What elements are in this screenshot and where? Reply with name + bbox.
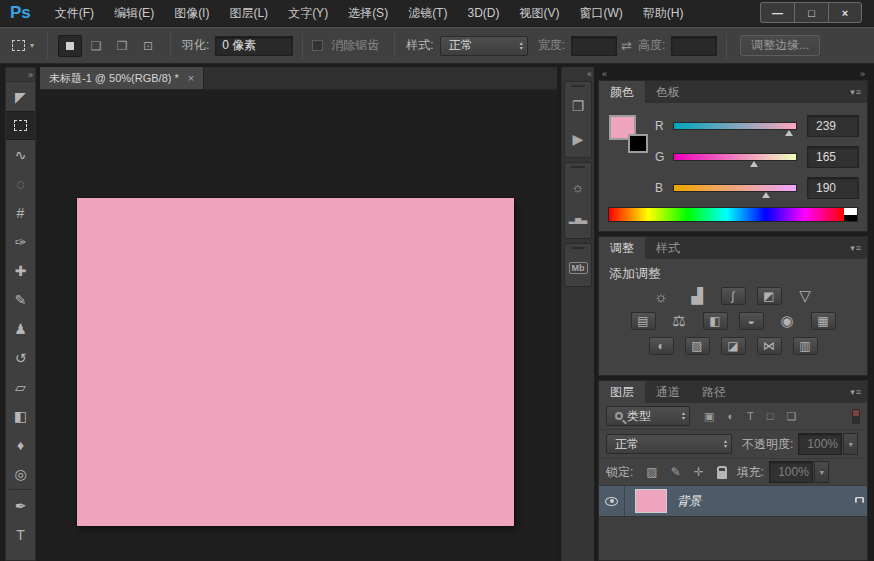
panel-menu-icon[interactable]: ▾ ≡ [844,237,867,259]
maximize-button[interactable]: □ [794,2,828,23]
channel-mixer-icon[interactable]: ◉ [775,312,800,330]
rectangular-marquee-tool[interactable] [6,111,35,140]
menu-edit[interactable]: 编辑(E) [104,0,164,26]
tab-adjustments[interactable]: 调整 [599,237,645,259]
canvas-workspace[interactable] [40,90,557,561]
spectrum-bw-chips[interactable] [844,208,857,221]
close-button[interactable]: × [828,2,862,23]
move-tool[interactable]: ◤ [6,82,35,111]
add-to-selection-button[interactable]: ❏ [84,35,108,57]
menu-filter[interactable]: 滤镜(T) [398,0,457,26]
lock-all-icon[interactable] [717,471,727,479]
green-value-input[interactable]: 165 [807,146,859,168]
tab-color[interactable]: 颜色 [599,81,645,103]
hue-saturation-icon[interactable]: ▤ [631,312,656,330]
layer-thumbnail[interactable] [635,489,667,513]
menu-file[interactable]: 文件(F) [45,0,104,26]
toolbar-expand-arrows[interactable]: » [6,68,35,82]
tool-preset-picker[interactable]: ▾ [8,40,38,51]
document-canvas[interactable] [77,198,514,526]
opacity-dropdown-icon[interactable]: ▾ [843,433,858,455]
mini-bridge-panel-icon[interactable]: Mb [565,251,591,284]
tab-styles[interactable]: 样式 [645,237,691,259]
minimize-button[interactable]: — [760,2,794,23]
filter-type-layers-icon[interactable]: T [747,410,754,422]
menu-view[interactable]: 视图(V) [509,0,569,26]
invert-icon[interactable]: ◐ [649,337,674,355]
curves-icon[interactable]: ∫ [721,287,746,305]
red-slider[interactable] [673,122,797,130]
background-color-swatch[interactable] [628,134,648,153]
fill-input[interactable]: 100% [769,461,813,483]
opacity-input[interactable]: 100% [798,433,842,455]
fill-dropdown-icon[interactable]: ▾ [814,461,829,483]
menu-image[interactable]: 图像(I) [164,0,219,26]
healing-brush-tool[interactable]: ✚ [6,256,35,285]
red-value-input[interactable]: 239 [807,115,859,137]
antialias-checkbox[interactable] [312,40,323,51]
tab-paths[interactable]: 路径 [691,381,737,403]
document-tab[interactable]: 未标题-1 @ 50%(RGB/8) * × [40,67,204,89]
refine-edge-button[interactable]: 调整边缘... [740,35,820,56]
dock-collapse-arrows[interactable]: « [562,67,594,80]
blue-value-input[interactable]: 190 [807,177,859,199]
lock-pixels-icon[interactable]: ✎ [671,465,681,479]
filter-smart-objects-icon[interactable]: ❏ [786,410,796,423]
visibility-toggle[interactable] [599,486,625,516]
brush-tool[interactable]: ✎ [6,285,35,314]
tab-close-icon[interactable]: × [188,72,194,84]
green-slider[interactable] [673,153,797,161]
lock-transparency-icon[interactable]: ▨ [646,465,657,479]
crop-tool[interactable]: # [6,198,35,227]
history-panel-icon[interactable]: ❐ [565,89,591,122]
tab-layers[interactable]: 图层 [599,381,645,403]
eyedropper-tool[interactable]: ✑ [6,227,35,256]
width-input[interactable] [571,36,617,56]
brightness-contrast-icon[interactable]: ☼ [649,287,674,305]
drag-grip[interactable] [571,247,585,249]
color-lookup-icon[interactable]: ▦ [811,312,836,330]
style-dropdown[interactable]: 正常 ▴▾ [440,36,528,56]
posterize-icon[interactable]: ▨ [685,337,710,355]
menu-help[interactable]: 帮助(H) [633,0,694,26]
eraser-tool[interactable]: ▱ [6,372,35,401]
drag-grip[interactable] [571,166,585,168]
dock-collapse-right-icon[interactable]: » [860,69,864,79]
properties-panel-icon[interactable]: ☼ [565,170,591,203]
gradient-tool[interactable]: ◧ [6,401,35,430]
filter-pixel-layers-icon[interactable]: ▣ [704,410,714,423]
new-selection-button[interactable] [58,35,82,57]
type-tool[interactable]: T [6,520,35,549]
green-slider-thumb[interactable] [750,161,758,167]
spectrum-gradient[interactable] [609,208,844,221]
filter-adjustment-layers-icon[interactable]: ◐ [727,410,734,422]
pen-tool[interactable]: ✒ [6,491,35,520]
layer-filter-toggle[interactable] [852,409,860,424]
menu-3d[interactable]: 3D(D) [457,0,509,26]
levels-icon[interactable]: ▟ [685,287,710,305]
blue-slider-thumb[interactable] [762,192,770,198]
feather-input[interactable]: 0 像素 [215,36,293,56]
threshold-icon[interactable]: ◪ [721,337,746,355]
tab-swatches[interactable]: 色板 [645,81,691,103]
history-brush-tool[interactable]: ↺ [6,343,35,372]
lasso-tool[interactable]: ∿ [6,140,35,169]
actions-panel-icon[interactable]: ▶ [565,122,591,155]
height-input[interactable] [671,36,717,56]
color-balance-icon[interactable]: ⚖ [667,312,692,330]
quick-selection-tool[interactable]: ◌ [6,169,35,198]
black-white-icon[interactable]: ◧ [703,312,728,330]
selective-color-icon[interactable]: ▥ [793,337,818,355]
filter-shape-layers-icon[interactable]: □ [767,410,774,422]
layer-row-background[interactable]: 背景 [599,486,867,517]
intersect-selection-button[interactable]: ⊡ [136,35,160,57]
drag-grip[interactable] [571,85,585,87]
menu-window[interactable]: 窗口(W) [569,0,632,26]
clone-stamp-tool[interactable]: ♟ [6,314,35,343]
histogram-panel-icon[interactable]: ▂▅▃ [565,203,591,236]
red-slider-thumb[interactable] [785,130,793,136]
exposure-icon[interactable]: ◩ [757,287,782,305]
dock-collapse-left-icon[interactable]: « [602,69,606,79]
menu-type[interactable]: 文字(Y) [278,0,338,26]
swap-dimensions-icon[interactable]: ⇄ [621,38,632,53]
